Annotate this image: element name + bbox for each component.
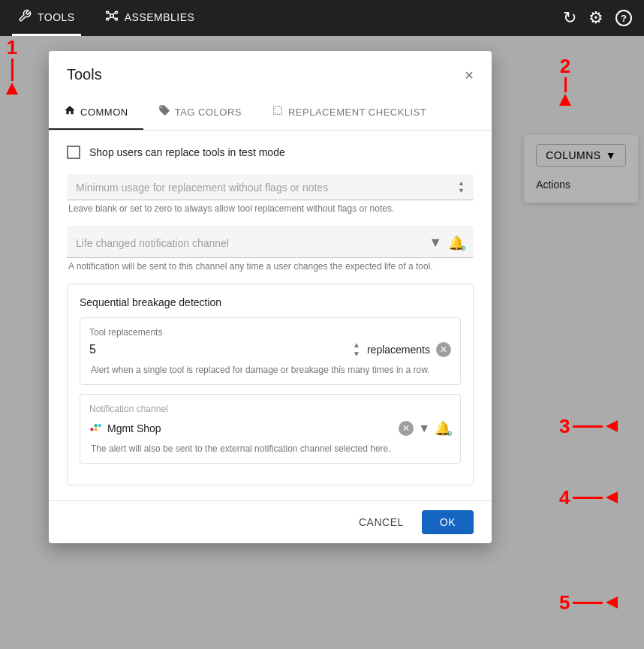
test-mode-row: Shop users can replace tools in test mod… [67,146,474,159]
tool-replacements-value: 5 [89,343,346,356]
sequential-breakage-section: Sequential breakage detection Tool repla… [67,284,474,485]
tab-replacement-checklist-icon [272,104,284,119]
svg-rect-12 [98,424,101,427]
svg-rect-11 [95,424,98,427]
dialog-header: Tools × [49,51,492,83]
topbar-tab-tools[interactable]: TOOLS [12,0,81,36]
dialog-tabs: COMMON TAG COLORS REPLACEMENT CHECKLIST [49,95,492,131]
life-changed-hint: A notification will be sent to this chan… [67,261,474,272]
notification-channel-value: Mgmt Shop [107,422,394,434]
life-changed-bell-icon[interactable]: 🔔⚙ [448,235,465,251]
svg-line-5 [108,12,110,14]
tab-replacement-checklist[interactable]: REPLACEMENT CHECKLIST [257,95,441,130]
svg-point-2 [115,11,117,14]
help-icon[interactable]: ? [615,10,632,26]
topbar-right: ↻ ⚙ ? [563,8,632,28]
notification-channel-dropdown-arrow[interactable]: ▼ [418,422,430,435]
min-usage-hint: Leave blank or set to zero to always all… [67,203,474,214]
min-usage-spinner: ▲ ▼ [458,180,465,195]
min-usage-down-btn[interactable]: ▼ [458,188,465,195]
svg-point-4 [115,18,117,20]
dialog-footer: CANCEL OK [49,500,492,543]
tab-common-label: COMMON [80,107,128,118]
tool-replacements-clear-btn[interactable]: ✕ [436,342,451,357]
topbar-tools-label: TOOLS [38,11,75,23]
tools-icon [18,9,32,26]
close-button[interactable]: × [465,68,474,83]
notification-channel-bell-icon[interactable]: 🔔⚙ [435,420,451,437]
topbar: TOOLS ASSEMBLIES ↻ ⚙ ? [0,0,644,36]
svg-line-6 [113,12,115,14]
min-usage-input-group: ▲ ▼ [67,174,474,200]
notification-channel-label: Notification channel [89,404,451,414]
test-mode-label: Shop users can replace tools in test mod… [89,146,285,158]
tab-tag-colors-icon [158,104,170,119]
assemblies-icon [105,9,119,26]
tools-dialog: Tools × COMMON TAG COLORS REPLAC [49,51,492,543]
modal-overlay: Tools × COMMON TAG COLORS REPLAC [0,36,644,649]
dialog-body: Shop users can replace tools in test mod… [49,131,492,500]
test-mode-checkbox[interactable] [67,146,80,159]
tool-replacements-down-btn[interactable]: ▼ [352,350,361,359]
topbar-tab-assemblies[interactable]: ASSEMBLIES [99,0,201,36]
svg-rect-10 [95,428,98,431]
min-usage-input[interactable] [76,182,458,194]
svg-line-7 [108,17,110,19]
life-changed-dropdown-group: Life changed notification channel ▼ 🔔⚙ [67,226,474,258]
cancel-button[interactable]: CANCEL [347,510,416,534]
tab-common[interactable]: COMMON [49,95,143,130]
tab-tag-colors[interactable]: TAG COLORS [143,95,257,130]
refresh-icon[interactable]: ↻ [563,8,576,28]
settings-icon[interactable]: ⚙ [588,8,603,28]
life-changed-value: Life changed notification channel [76,237,429,249]
tab-common-icon [64,104,76,119]
tool-replacements-label: Tool replacements [89,327,451,338]
tool-replacements-row: 5 ▲ ▼ replacements ✕ [89,341,451,359]
slack-icon [89,420,103,437]
tab-tag-colors-label: TAG COLORS [175,107,242,118]
topbar-assemblies-label: ASSEMBLIES [125,11,195,23]
tool-replacements-spinner: ▲ ▼ [352,341,361,359]
svg-point-1 [106,11,108,14]
ok-button[interactable]: OK [422,510,474,534]
svg-line-8 [113,17,115,19]
section-title: Sequential breakage detection [80,296,461,308]
tool-replacements-hint: Alert when a single tool is replaced for… [89,365,451,375]
notification-channel-row: Mgmt Shop ✕ ▼ 🔔⚙ [89,417,451,437]
notification-channel-hint: The alert will also be sent to the exter… [89,443,451,454]
svg-rect-9 [91,428,94,431]
life-changed-dropdown-arrow[interactable]: ▼ [429,235,442,251]
dialog-title: Tools [67,66,102,83]
svg-point-3 [106,18,108,20]
notification-channel-clear-btn[interactable]: ✕ [399,421,414,436]
tool-replacements-up-btn[interactable]: ▲ [352,341,361,350]
tool-replacements-field-box: Tool replacements 5 ▲ ▼ replacements ✕ A… [80,317,461,385]
tool-replacements-unit: replacements [367,344,430,356]
tab-replacement-checklist-label: REPLACEMENT CHECKLIST [288,107,426,118]
notification-channel-field-box: Notification channel Mgmt Shop [80,394,461,464]
